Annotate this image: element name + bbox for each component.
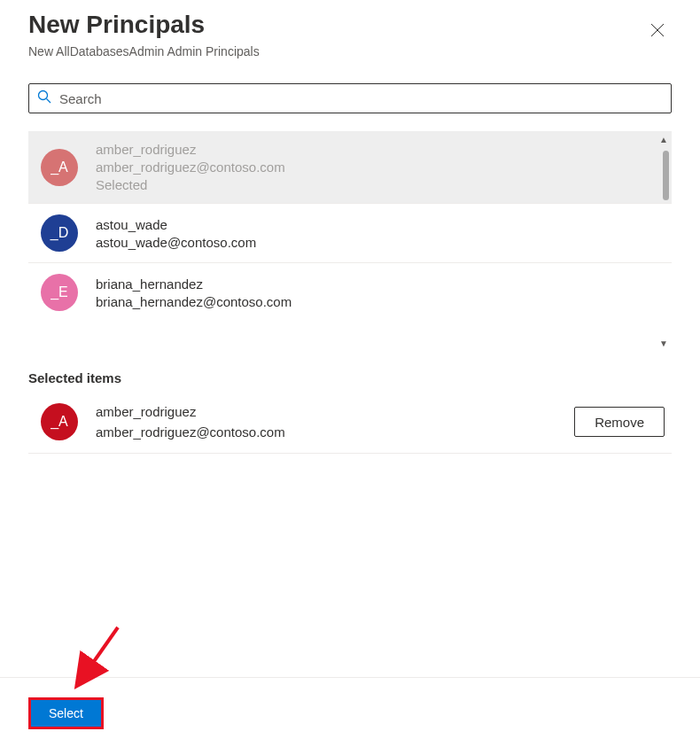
page-subtitle: New AllDatabasesAdmin Admin Principals	[28, 44, 260, 58]
scroll-down-icon[interactable]: ▼	[656, 335, 672, 351]
principal-name: briana_hernandez	[96, 276, 292, 292]
search-input[interactable]	[28, 83, 672, 113]
list-item[interactable]: _A amber_rodriguez amber_rodriguez@conto…	[28, 131, 672, 204]
remove-button[interactable]: Remove	[574, 407, 665, 437]
scroll-thumb[interactable]	[663, 151, 669, 200]
scroll-up-icon[interactable]: ▲	[656, 131, 672, 147]
scrollbar[interactable]: ▲ ▼	[656, 131, 672, 351]
list-item[interactable]: _E briana_hernandez briana_hernandez@con…	[28, 263, 672, 322]
select-button[interactable]: Select	[31, 700, 101, 727]
principal-name: astou_wade	[96, 217, 256, 232]
page-title: New Principals	[28, 11, 260, 39]
principal-email: amber_rodriguez@contoso.com	[96, 160, 285, 175]
close-button[interactable]	[643, 18, 672, 46]
list-item[interactable]: _D astou_wade astou_wade@contoso.com	[28, 204, 672, 263]
results-list: _A amber_rodriguez amber_rodriguez@conto…	[28, 131, 672, 351]
avatar: _A	[41, 149, 78, 186]
selected-item: _A amber_rodriguez amber_rodriguez@conto…	[28, 391, 672, 454]
avatar: _D	[41, 214, 78, 252]
avatar: _E	[41, 274, 78, 311]
principal-name: amber_rodriguez	[96, 142, 285, 157]
selected-email: amber_rodriguez@contoso.com	[96, 424, 574, 440]
principal-status: Selected	[96, 177, 285, 192]
selected-name: amber_rodriguez	[96, 404, 574, 419]
selected-items-label: Selected items	[28, 370, 672, 385]
principal-email: astou_wade@contoso.com	[96, 235, 256, 250]
select-button-highlight: Select	[28, 697, 104, 729]
avatar: _A	[41, 403, 78, 440]
footer: Select	[0, 677, 700, 729]
principal-email: briana_hernandez@contoso.com	[96, 294, 292, 309]
close-icon	[650, 23, 665, 42]
